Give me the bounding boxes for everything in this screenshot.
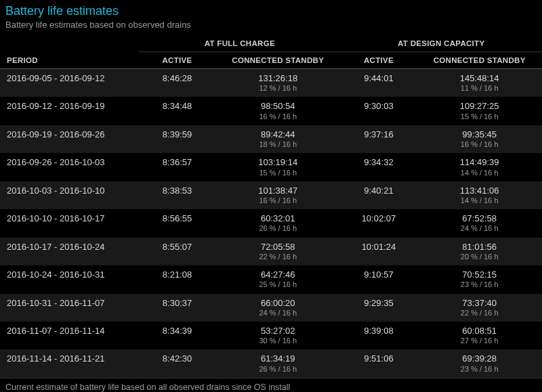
table-row: 2016-10-10 - 2016-10-178:56:5560:32:0126… <box>0 209 542 237</box>
cell-fc-standby: 131:26:1812 % / 16 h <box>215 69 341 97</box>
cell-dc-standby: 113:41:0614 % / 16 h <box>417 181 542 209</box>
col-header-period: PERIOD <box>0 52 139 69</box>
cell-fc-standby: 89:42:4418 % / 16 h <box>215 125 341 153</box>
group-header-full-charge: AT FULL CHARGE <box>139 37 340 52</box>
cell-fc-active: 8:42:30 <box>139 349 215 377</box>
cell-dc-active: 9:37:16 <box>341 125 417 153</box>
cell-dc-active: 9:29:35 <box>341 294 417 322</box>
cell-dc-active: 9:34:32 <box>341 153 417 181</box>
cell-period: 2016-11-14 - 2016-11-21 <box>0 349 139 377</box>
cell-period: 2016-10-24 - 2016-10-31 <box>0 265 139 293</box>
cell-dc-active: 9:51:06 <box>341 349 417 377</box>
cell-dc-standby: 145:48:1411 % / 16 h <box>417 69 542 97</box>
cell-dc-active: 9:44:01 <box>341 69 417 97</box>
table-row: 2016-11-14 - 2016-11-218:42:3061:34:1926… <box>0 349 542 377</box>
cell-dc-standby: 60:08:5127 % / 16 h <box>417 322 542 349</box>
cell-fc-standby: 66:00:2024 % / 16 h <box>215 294 341 322</box>
cell-period: 2016-09-19 - 2016-09-26 <box>0 125 139 153</box>
cell-fc-active: 8:34:48 <box>139 97 215 125</box>
cell-fc-standby: 61:34:1926 % / 16 h <box>215 349 341 377</box>
cell-dc-standby: 99:35:4516 % / 16 h <box>417 125 542 153</box>
cell-fc-standby: 64:27:4625 % / 16 h <box>215 265 341 293</box>
cell-dc-active: 9:30:03 <box>341 97 417 125</box>
cell-fc-active: 8:36:57 <box>139 153 215 181</box>
cell-dc-standby: 109:27:2515 % / 16 h <box>417 97 542 125</box>
cell-fc-active: 8:46:28 <box>139 69 215 97</box>
table-row: 2016-11-07 - 2016-11-148:34:3953:27:0230… <box>0 322 542 349</box>
col-header-dc-active: ACTIVE <box>341 52 417 69</box>
cell-dc-standby: 67:52:5824 % / 16 h <box>417 209 542 237</box>
battery-estimates-table: AT FULL CHARGE AT DESIGN CAPACITY PERIOD… <box>0 37 542 378</box>
table-row: 2016-09-26 - 2016-10-038:36:57103:19:141… <box>0 153 542 181</box>
cell-dc-standby: 114:49:3914 % / 16 h <box>417 153 542 181</box>
cell-fc-active: 8:34:39 <box>139 322 215 349</box>
table-row: 2016-09-12 - 2016-09-198:34:4898:50:5416… <box>0 97 542 125</box>
cell-fc-standby: 60:32:0126 % / 16 h <box>215 209 341 237</box>
cell-dc-standby: 70:52:1523 % / 16 h <box>417 265 542 293</box>
cell-fc-standby: 53:27:0230 % / 16 h <box>215 322 341 349</box>
cell-fc-standby: 72:05:5822 % / 16 h <box>215 238 341 265</box>
group-header-design-capacity: AT DESIGN CAPACITY <box>341 37 542 52</box>
cell-dc-standby: 73:37:4022 % / 16 h <box>417 294 542 322</box>
section-subtitle: Battery life estimates based on observed… <box>0 18 542 37</box>
cell-fc-standby: 98:50:5416 % / 16 h <box>215 97 341 125</box>
table-row: 2016-10-24 - 2016-10-318:21:0864:27:4625… <box>0 265 542 293</box>
table-row: 2016-10-31 - 2016-11-078:30:3766:00:2024… <box>0 294 542 322</box>
cell-period: 2016-10-17 - 2016-10-24 <box>0 238 139 265</box>
cell-fc-active: 8:30:37 <box>139 294 215 322</box>
cell-fc-standby: 103:19:1415 % / 16 h <box>215 153 341 181</box>
cell-dc-active: 9:39:08 <box>341 322 417 349</box>
cell-fc-active: 8:38:53 <box>139 181 215 209</box>
cell-fc-active: 8:56:55 <box>139 209 215 237</box>
cell-period: 2016-10-10 - 2016-10-17 <box>0 209 139 237</box>
cell-fc-active: 8:21:08 <box>139 265 215 293</box>
cell-dc-standby: 69:39:2823 % / 16 h <box>417 349 542 377</box>
col-header-fc-standby: CONNECTED STANDBY <box>215 52 341 69</box>
cell-dc-standby: 81:01:5620 % / 16 h <box>417 238 542 265</box>
cell-dc-active: 10:02:07 <box>341 209 417 237</box>
cell-fc-standby: 101:38:4716 % / 16 h <box>215 181 341 209</box>
table-row: 2016-09-19 - 2016-09-268:39:5989:42:4418… <box>0 125 542 153</box>
section-title: Battery life estimates <box>0 0 542 18</box>
cell-fc-active: 8:55:07 <box>139 238 215 265</box>
table-row: 2016-09-05 - 2016-09-128:46:28131:26:181… <box>0 69 542 97</box>
cell-period: 2016-10-03 - 2016-10-10 <box>0 181 139 209</box>
table-row: 2016-10-17 - 2016-10-248:55:0772:05:5822… <box>0 238 542 265</box>
cell-period: 2016-09-12 - 2016-09-19 <box>0 97 139 125</box>
cell-dc-active: 10:01:24 <box>341 238 417 265</box>
cell-fc-active: 8:39:59 <box>139 125 215 153</box>
cell-period: 2016-10-31 - 2016-11-07 <box>0 294 139 322</box>
col-header-fc-active: ACTIVE <box>139 52 215 69</box>
col-header-dc-standby: CONNECTED STANDBY <box>417 52 542 69</box>
cell-dc-active: 9:10:57 <box>341 265 417 293</box>
cell-period: 2016-09-05 - 2016-09-12 <box>0 69 139 97</box>
table-row: 2016-10-03 - 2016-10-108:38:53101:38:471… <box>0 181 542 209</box>
cell-period: 2016-09-26 - 2016-10-03 <box>0 153 139 181</box>
cell-dc-active: 9:40:21 <box>341 181 417 209</box>
cell-period: 2016-11-07 - 2016-11-14 <box>0 322 139 349</box>
footnote-text: Current estimate of battery life based o… <box>0 378 542 392</box>
